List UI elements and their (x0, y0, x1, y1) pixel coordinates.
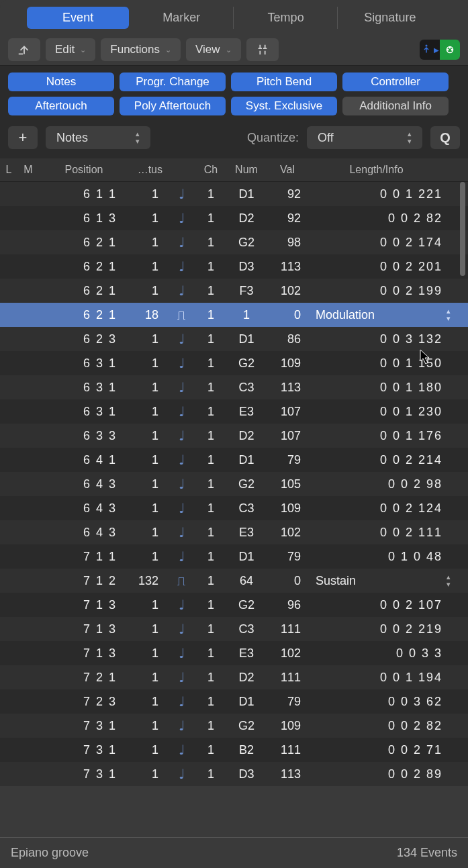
event-row[interactable]: 7 1 31♩1G2960 0 2 107 (0, 593, 468, 617)
cell-status[interactable]: 1 (129, 743, 167, 757)
functions-menu[interactable]: Functions⌄ (101, 38, 181, 61)
cell-val[interactable]: 0 (267, 308, 308, 322)
cell-length[interactable]: 0 0 2 201 (308, 260, 468, 274)
cell-status[interactable]: 1 (129, 550, 167, 564)
cell-position[interactable]: 6 4 3 (39, 526, 129, 540)
col-status[interactable]: …tus (129, 164, 167, 176)
cell-channel[interactable]: 1 (196, 429, 226, 443)
cell-status[interactable]: 1 (129, 646, 167, 661)
cell-num[interactable]: E3 (226, 526, 267, 540)
cell-channel[interactable]: 1 (196, 526, 226, 540)
cell-val[interactable]: 102 (267, 284, 308, 298)
add-event-button[interactable]: + (8, 126, 38, 149)
cell-position[interactable]: 7 3 1 (39, 767, 129, 781)
cell-val[interactable]: 86 (267, 332, 308, 346)
cell-num[interactable]: C3 (226, 501, 267, 516)
event-row[interactable]: 7 2 31♩1D1790 0 3 62 (0, 689, 468, 714)
cell-status[interactable]: 1 (129, 187, 167, 201)
midi-in-button[interactable] (440, 40, 460, 60)
cell-length[interactable]: 0 0 3 3 (308, 646, 468, 661)
cell-num[interactable]: D3 (226, 260, 267, 274)
cell-length[interactable]: 0 0 2 71 (308, 743, 468, 757)
tab-tempo[interactable]: Tempo (235, 7, 338, 29)
col-val[interactable]: Val (267, 164, 308, 176)
cell-channel[interactable]: 1 (196, 236, 226, 250)
event-row[interactable]: 7 3 11♩1B21110 0 2 71 (0, 738, 468, 762)
cell-length[interactable]: 0 0 3 132 (308, 332, 468, 346)
event-row[interactable]: 6 1 11♩1D1920 0 1 221 (0, 182, 468, 206)
cell-status[interactable]: 1 (129, 284, 167, 298)
cell-val[interactable]: 107 (267, 429, 308, 443)
cell-channel[interactable]: 1 (196, 695, 226, 709)
cell-status[interactable]: 1 (129, 622, 167, 636)
filter-poly-aftertouch[interactable]: Poly Aftertouch (120, 97, 226, 115)
view-menu[interactable]: View⌄ (186, 38, 241, 61)
cell-position[interactable]: 6 2 3 (39, 332, 129, 346)
event-row[interactable]: 6 4 11♩1D1790 0 2 214 (0, 448, 468, 472)
cell-position[interactable]: 6 3 3 (39, 429, 129, 443)
cell-length[interactable]: 0 1 0 48 (308, 550, 468, 564)
cell-num[interactable]: E3 (226, 405, 267, 419)
cell-channel[interactable]: 1 (196, 646, 226, 661)
cell-num[interactable]: C3 (226, 381, 267, 395)
cell-val[interactable]: 98 (267, 236, 308, 250)
midi-filter-button[interactable] (246, 38, 279, 61)
cell-status[interactable]: 1 (129, 405, 167, 419)
cell-status[interactable]: 1 (129, 526, 167, 540)
event-row[interactable]: 7 1 11♩1D1790 1 0 48 (0, 544, 468, 569)
cell-status[interactable]: 1 (129, 332, 167, 346)
cell-status[interactable]: 1 (129, 598, 167, 612)
event-row[interactable]: 7 3 11♩1D31130 0 2 89 (0, 762, 468, 786)
cell-status[interactable]: 132 (129, 574, 167, 588)
back-up-button[interactable] (8, 38, 40, 61)
cell-length-info[interactable]: Modulation▴▾ (308, 307, 468, 322)
event-row[interactable]: 6 2 118⎍110Modulation▴▾ (0, 303, 468, 327)
event-row[interactable]: 6 2 11♩1G2980 0 2 174 (0, 230, 468, 254)
cell-num[interactable]: G2 (226, 356, 267, 371)
cell-val[interactable]: 92 (267, 187, 308, 201)
event-row[interactable]: 6 3 11♩1C31130 0 1 180 (0, 375, 468, 399)
event-type-select[interactable]: Notes ▴▾ (46, 126, 150, 149)
quantize-button[interactable]: Q (430, 126, 460, 149)
cell-status[interactable]: 1 (129, 429, 167, 443)
cell-length[interactable]: 0 0 1 194 (308, 671, 468, 685)
cell-channel[interactable]: 1 (196, 719, 226, 733)
cell-length[interactable]: 0 0 2 111 (308, 526, 468, 540)
event-row[interactable]: 6 3 31♩1D21070 0 1 176 (0, 424, 468, 448)
cell-length[interactable]: 0 0 2 82 (308, 211, 468, 226)
filter-notes[interactable]: Notes (8, 73, 114, 91)
cell-num[interactable]: D1 (226, 695, 267, 709)
cell-length[interactable]: 0 0 3 62 (308, 695, 468, 709)
quantize-select[interactable]: Off ▴▾ (307, 126, 422, 149)
cell-status[interactable]: 1 (129, 767, 167, 781)
filter-pitch-bend[interactable]: Pitch Bend (231, 73, 337, 91)
event-row[interactable]: 6 2 11♩1D31130 0 2 201 (0, 254, 468, 279)
cell-channel[interactable]: 1 (196, 405, 226, 419)
cell-length[interactable]: 0 0 1 221 (308, 187, 468, 201)
cell-length[interactable]: 0 0 2 214 (308, 453, 468, 467)
cell-length[interactable]: 0 0 1 180 (308, 381, 468, 395)
cell-position[interactable]: 6 2 1 (39, 260, 129, 274)
cell-num[interactable]: D2 (226, 211, 267, 226)
cell-channel[interactable]: 1 (196, 671, 226, 685)
cell-status[interactable]: 1 (129, 260, 167, 274)
event-row[interactable]: 6 2 31♩1D1860 0 3 132 (0, 327, 468, 351)
cell-position[interactable]: 6 4 3 (39, 501, 129, 516)
cell-position[interactable]: 6 4 3 (39, 477, 129, 491)
cell-status[interactable]: 18 (129, 308, 167, 322)
cell-num[interactable]: D3 (226, 767, 267, 781)
event-row[interactable]: 6 4 31♩1C31090 0 2 124 (0, 496, 468, 520)
cell-position[interactable]: 7 3 1 (39, 719, 129, 733)
cell-status[interactable]: 1 (129, 453, 167, 467)
cell-val[interactable]: 0 (267, 574, 308, 588)
cell-length[interactable]: 0 0 1 150 (308, 356, 468, 371)
cell-length[interactable]: 0 0 2 82 (308, 719, 468, 733)
cell-status[interactable]: 1 (129, 477, 167, 491)
col-channel[interactable]: Ch (196, 164, 226, 176)
cell-channel[interactable]: 1 (196, 332, 226, 346)
cell-num[interactable]: G2 (226, 236, 267, 250)
cell-channel[interactable]: 1 (196, 622, 226, 636)
event-row[interactable]: 6 3 11♩1G21090 0 1 150 (0, 351, 468, 375)
cell-length[interactable]: 0 0 2 174 (308, 236, 468, 250)
cell-status[interactable]: 1 (129, 236, 167, 250)
